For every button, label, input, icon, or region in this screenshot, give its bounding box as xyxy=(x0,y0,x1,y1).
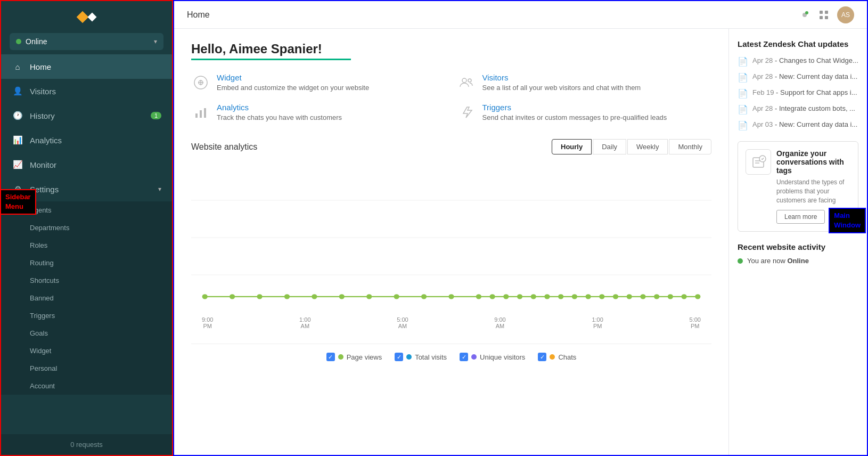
quick-link-visitors: Visitors See a list of all your web visi… xyxy=(457,73,712,92)
activity-item-0: You are now Online xyxy=(738,257,858,265)
svg-point-21 xyxy=(339,294,345,299)
top-bar-right: AS xyxy=(799,6,854,23)
chart-area: 9:00PM 1:00AM 5:00AM 9:00AM 1:00PM 5:00P… xyxy=(191,163,711,344)
legend-chats-checkbox[interactable]: ✓ xyxy=(538,353,546,361)
update-doc-icon-3: 📄 xyxy=(738,104,748,115)
analytics-section: Website analytics Hourly Daily Weekly Mo… xyxy=(191,139,711,361)
visitors-icon: 👤 xyxy=(12,85,23,97)
sidebar-item-personal[interactable]: Personal xyxy=(1,360,172,377)
sidebar-item-home[interactable]: ⌂ Home xyxy=(1,54,172,79)
analytics-link-desc: Track the chats you have with customers xyxy=(217,113,342,121)
updates-title: Latest Zendesk Chat updates xyxy=(738,39,858,48)
updates-list: 📄 Apr 28 - Changes to Chat Widge... 📄 Ap… xyxy=(738,56,858,131)
legend-totalvisits-checkbox[interactable]: ✓ xyxy=(395,353,403,361)
legend-uniquevisitors-label: Unique visitors xyxy=(480,353,525,361)
requests-count: 0 requests xyxy=(70,441,103,449)
legend-pageviews-checkbox[interactable]: ✓ xyxy=(326,353,335,361)
legend-uniquevisitors-checkbox[interactable]: ✓ xyxy=(460,353,468,361)
visitors-link-title[interactable]: Visitors xyxy=(482,73,641,82)
sidebar-item-routing[interactable]: Routing xyxy=(1,254,172,272)
sidebar-item-roles[interactable]: Roles xyxy=(1,237,172,254)
sidebar-item-goals[interactable]: Goals xyxy=(1,324,172,342)
chart-label-4: 9:00AM xyxy=(494,316,505,329)
triggers-link-text: Triggers Send chat invites or custom mes… xyxy=(482,103,667,121)
sidebar-item-history[interactable]: 🕐 History 1 xyxy=(1,103,172,128)
sidebar-item-shortcuts[interactable]: Shortcuts xyxy=(1,272,172,289)
svg-rect-3 xyxy=(825,11,828,14)
widget-link-desc: Embed and customize the widget on your w… xyxy=(217,84,369,92)
chart-legend: ✓ Page views ✓ Total visits xyxy=(191,344,711,361)
svg-point-42 xyxy=(695,294,700,299)
sidebar-item-agents[interactable]: Agents xyxy=(1,201,172,219)
sidebar-item-banned[interactable]: Banned xyxy=(1,289,172,307)
visitors-link-icon xyxy=(457,73,476,92)
update-text-0: Apr 28 - Changes to Chat Widge... xyxy=(752,56,858,66)
time-filter-daily[interactable]: Daily xyxy=(593,139,626,154)
status-label: Online xyxy=(26,37,154,46)
status-online-dot xyxy=(16,39,21,44)
update-item-0: 📄 Apr 28 - Changes to Chat Widge... xyxy=(738,56,858,67)
user-avatar[interactable]: AS xyxy=(837,6,854,23)
triggers-link-title[interactable]: Triggers xyxy=(482,103,667,112)
sidebar-item-analytics[interactable]: 📊 Analytics xyxy=(1,128,172,152)
sidebar-item-analytics-label: Analytics xyxy=(30,136,161,145)
nav-section: ⌂ Home 👤 Visitors 🕐 History 1 📊 Analytic… xyxy=(1,54,172,434)
sidebar-item-settings[interactable]: ⚙ Settings ▾ xyxy=(1,177,172,201)
triggers-link-icon xyxy=(457,103,476,122)
status-chevron-icon: ▾ xyxy=(154,38,157,45)
sidebar-item-settings-label: Settings xyxy=(30,185,158,194)
content-area: Hello, Aimee Spanier! Widget Embed and c… xyxy=(174,29,867,455)
sidebar-item-monitor[interactable]: 📈 Monitor xyxy=(1,152,172,177)
chart-label-1: 9:00PM xyxy=(202,316,213,329)
quick-link-triggers: Triggers Send chat invites or custom mes… xyxy=(457,103,712,122)
status-selector[interactable]: Online ▾ xyxy=(10,33,163,50)
logo-diamond-left xyxy=(76,11,88,23)
update-item-3: 📄 Apr 28 - Integrate custom bots, ... xyxy=(738,104,858,115)
update-text-4: Apr 03 - New: Current day data i... xyxy=(752,120,857,129)
legend-pageviews-dot xyxy=(338,354,343,360)
quick-link-analytics: Analytics Track the chats you have with … xyxy=(191,103,446,122)
legend-pageviews-label: Page views xyxy=(347,353,382,361)
promo-title: Organize your conversations with tags xyxy=(776,149,850,175)
analytics-link-text: Analytics Track the chats you have with … xyxy=(217,103,342,121)
activity-title: Recent website activity xyxy=(738,242,858,251)
svg-point-34 xyxy=(585,294,591,299)
svg-point-39 xyxy=(654,294,659,299)
svg-point-25 xyxy=(448,294,454,299)
learn-more-button[interactable]: Learn more xyxy=(776,210,825,224)
activity-section: Recent website activity You are now Onli… xyxy=(738,242,858,265)
sidebar-item-triggers[interactable]: Triggers xyxy=(1,307,172,324)
top-bar: Home AS xyxy=(174,1,867,29)
home-icon: ⌂ xyxy=(12,61,23,72)
chart-label-5: 1:00PM xyxy=(592,316,603,329)
widget-link-title[interactable]: Widget xyxy=(217,73,369,82)
time-filter-weekly[interactable]: Weekly xyxy=(627,139,668,154)
notification-icon[interactable] xyxy=(799,9,810,21)
chart-svg xyxy=(191,163,711,312)
chart-label-6: 5:00PM xyxy=(690,316,701,329)
analytics-link-title[interactable]: Analytics xyxy=(217,103,342,112)
svg-point-31 xyxy=(544,294,550,299)
svg-point-9 xyxy=(468,79,471,82)
svg-point-24 xyxy=(421,294,427,299)
time-filter-hourly[interactable]: Hourly xyxy=(552,139,592,154)
chart-x-labels: 9:00PM 1:00AM 5:00AM 9:00AM 1:00PM 5:00P… xyxy=(191,314,711,329)
update-item-2: 📄 Feb 19 - Support for Chat apps i... xyxy=(738,88,858,99)
svg-point-19 xyxy=(284,294,290,299)
svg-point-23 xyxy=(394,294,399,299)
sidebar-item-account[interactable]: Account xyxy=(1,377,172,395)
sidebar-item-departments[interactable]: Departments xyxy=(1,219,172,237)
promo-box: Organize your conversations with tags Un… xyxy=(738,141,858,232)
history-icon: 🕐 xyxy=(12,110,23,121)
legend-totalvisits-label: Total visits xyxy=(415,353,447,361)
analytics-section-title: Website analytics xyxy=(191,142,257,152)
sidebar: Online ▾ ⌂ Home 👤 Visitors 🕐 History 1 xyxy=(0,0,173,456)
sidebar-item-widget[interactable]: Widget xyxy=(1,342,172,360)
svg-point-41 xyxy=(681,294,686,299)
sidebar-item-visitors[interactable]: 👤 Visitors xyxy=(1,79,172,103)
time-filter-monthly[interactable]: Monthly xyxy=(669,139,711,154)
grid-icon[interactable] xyxy=(818,9,830,21)
update-item-1: 📄 Apr 28 - New: Current day data i... xyxy=(738,72,858,83)
settings-chevron-icon: ▾ xyxy=(158,185,161,193)
svg-point-18 xyxy=(257,294,262,299)
